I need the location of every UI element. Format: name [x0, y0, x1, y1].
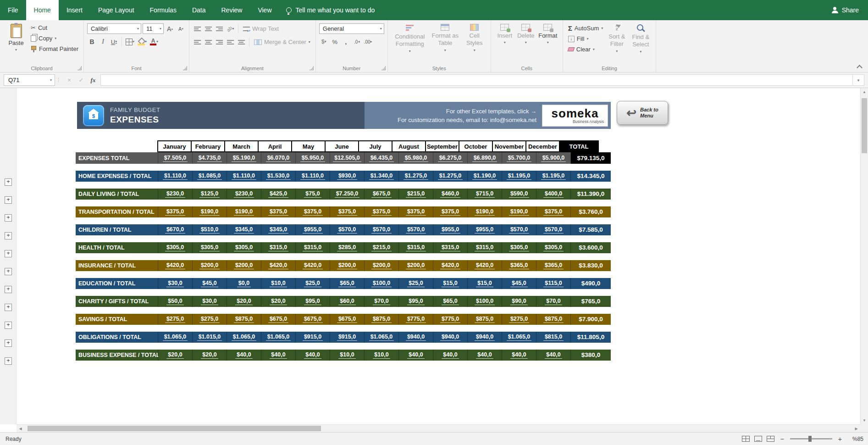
expenses-total-label-cell[interactable]: EXPENSES TOTAL — [76, 152, 158, 164]
zoom-out-button[interactable]: − — [779, 435, 785, 442]
category-value-cell-october[interactable]: $40,0 — [468, 350, 502, 361]
cell-styles-button[interactable]: Cell Styles ▾ — [462, 22, 487, 62]
accounting-format-button[interactable]: $▾ — [319, 37, 329, 47]
conditional-formatting-button[interactable]: Conditional Formatting ▾ — [391, 22, 429, 62]
category-label-cell[interactable]: DAILY LIVING / TOTAL — [76, 189, 158, 200]
category-value-cell-june[interactable]: $930,0 — [330, 171, 365, 182]
category-value-cell-january[interactable]: $50,0 — [158, 296, 193, 307]
scroll-up-button[interactable]: ▲ — [861, 88, 868, 96]
scroll-right-button[interactable]: ▶ — [852, 425, 860, 432]
category-total-cell[interactable]: $7.585,0 — [571, 224, 611, 235]
category-value-cell-december[interactable]: $115,0 — [536, 278, 571, 289]
outline-expand-button[interactable]: + — [5, 178, 12, 186]
category-value-cell-may[interactable]: $75,0 — [296, 189, 330, 200]
align-right-button[interactable] — [215, 37, 224, 47]
category-value-cell-october[interactable]: $955,0 — [468, 224, 502, 235]
category-value-cell-february[interactable]: $200,0 — [193, 260, 227, 271]
category-value-cell-september[interactable]: $315,0 — [433, 242, 468, 253]
expenses-total-cell-september[interactable]: $6.275,0 — [433, 152, 468, 164]
ribbon-tab-formulas[interactable]: Formulas — [142, 0, 184, 20]
top-align-button[interactable] — [193, 24, 202, 34]
category-value-cell-february[interactable]: $510,0 — [193, 224, 227, 235]
category-value-cell-september[interactable]: $460,0 — [433, 189, 468, 200]
category-value-cell-march[interactable]: $1.110,0 — [227, 171, 261, 182]
category-value-cell-april[interactable]: $40,0 — [261, 350, 296, 361]
outline-expand-button[interactable]: + — [5, 196, 12, 204]
category-value-cell-july[interactable]: $570,0 — [365, 224, 399, 235]
category-value-cell-november[interactable]: $45,0 — [502, 278, 536, 289]
zoom-slider-thumb[interactable] — [808, 436, 812, 442]
decrease-decimal-button[interactable]: .00▸ — [363, 37, 373, 47]
normal-view-icon[interactable] — [742, 436, 750, 442]
category-value-cell-may[interactable]: $95,0 — [296, 296, 330, 307]
category-value-cell-june[interactable]: $570,0 — [330, 224, 365, 235]
increase-indent-button[interactable] — [237, 37, 246, 47]
category-value-cell-december[interactable]: $70,0 — [536, 296, 571, 307]
month-header-cell-october[interactable]: October — [459, 140, 493, 152]
category-label-cell[interactable]: CHARITY / GIFTS / TOTAL — [76, 296, 158, 307]
category-value-cell-september[interactable]: $40,0 — [433, 350, 468, 361]
find-select-button[interactable]: Find & Select ▾ — [629, 22, 652, 62]
category-value-cell-january[interactable]: $1.110,0 — [158, 171, 193, 182]
category-value-cell-august[interactable]: $25,0 — [399, 278, 433, 289]
category-value-cell-march[interactable]: $230,0 — [227, 189, 261, 200]
zoom-level[interactable]: %85 — [848, 436, 863, 442]
horizontal-scroll-thumb[interactable] — [28, 426, 321, 431]
category-value-cell-june[interactable]: $7.250,0 — [330, 189, 365, 200]
outline-expand-button[interactable]: + — [5, 339, 12, 347]
month-header-cell-january[interactable]: January — [157, 140, 192, 152]
category-total-cell[interactable]: $3.830,0 — [571, 260, 611, 271]
category-value-cell-july[interactable]: $200,0 — [365, 260, 399, 271]
comma-style-button[interactable]: , — [341, 37, 351, 47]
category-value-cell-march[interactable]: $190,0 — [227, 206, 261, 217]
number-dialog-launcher-icon[interactable] — [381, 66, 386, 70]
promo-line-2[interactable]: For customization needs, email to: info@… — [398, 116, 536, 124]
category-label-cell[interactable]: HEALTH / TOTAL — [76, 242, 158, 253]
category-value-cell-january[interactable]: $375,0 — [158, 206, 193, 217]
category-value-cell-december[interactable]: $375,0 — [536, 206, 571, 217]
category-value-cell-august[interactable]: $200,0 — [399, 260, 433, 271]
cancel-icon[interactable]: × — [64, 75, 75, 86]
category-value-cell-may[interactable]: $420,0 — [296, 260, 330, 271]
decrease-indent-button[interactable] — [226, 37, 235, 47]
bottom-align-button[interactable] — [215, 24, 224, 34]
ribbon-tab-insert[interactable]: Insert — [59, 0, 90, 20]
borders-button[interactable]: ▾ — [125, 37, 135, 47]
category-value-cell-july[interactable]: $1.065,0 — [365, 332, 399, 343]
category-value-cell-may[interactable]: $955,0 — [296, 224, 330, 235]
category-value-cell-july[interactable]: $875,0 — [365, 314, 399, 325]
category-value-cell-may[interactable]: $40,0 — [296, 350, 330, 361]
category-value-cell-july[interactable]: $70,0 — [365, 296, 399, 307]
someka-logo[interactable]: someka Business Analysis — [542, 105, 608, 127]
category-value-cell-january[interactable]: $1.065,0 — [158, 332, 193, 343]
tell-me-box[interactable]: Tell me what you want to do — [286, 0, 375, 20]
cut-button[interactable]: ✂ Cut — [29, 22, 80, 33]
expenses-total-grand-cell[interactable]: $79.135,0 — [571, 152, 611, 164]
category-value-cell-april[interactable]: $375,0 — [261, 206, 296, 217]
category-label-cell[interactable]: TRANSPORTATION / TOTAL — [76, 206, 158, 217]
category-value-cell-august[interactable]: $375,0 — [399, 206, 433, 217]
category-value-cell-may[interactable]: $315,0 — [296, 242, 330, 253]
category-value-cell-january[interactable]: $30,0 — [158, 278, 193, 289]
ribbon-tab-home[interactable]: Home — [26, 0, 59, 20]
category-value-cell-november[interactable]: $190,0 — [502, 206, 536, 217]
font-name-combo[interactable]: Calibri ▾ — [87, 23, 141, 34]
share-button[interactable]: Share — [823, 0, 868, 20]
category-value-cell-february[interactable]: $45,0 — [193, 278, 227, 289]
category-value-cell-august[interactable]: $940,0 — [399, 332, 433, 343]
fill-button[interactable]: ↓ Fill ▾ — [566, 33, 605, 44]
category-value-cell-january[interactable]: $305,0 — [158, 242, 193, 253]
category-total-cell[interactable]: $3.760,0 — [571, 206, 611, 217]
name-box[interactable]: Q71 ▾ — [4, 74, 55, 86]
category-value-cell-february[interactable]: $275,0 — [193, 314, 227, 325]
expenses-total-cell-august[interactable]: $5.980,0 — [399, 152, 433, 164]
category-value-cell-november[interactable]: $1.065,0 — [502, 332, 536, 343]
category-total-cell[interactable]: $3.600,0 — [571, 242, 611, 253]
category-value-cell-january[interactable]: $670,0 — [158, 224, 193, 235]
formula-input[interactable] — [100, 74, 852, 86]
horizontal-scrollbar[interactable]: ◀ ▶ — [17, 424, 860, 432]
expenses-total-cell-july[interactable]: $6.435,0 — [365, 152, 399, 164]
insert-cells-button[interactable]: Insert ▾ — [494, 22, 515, 62]
total-header-cell[interactable]: TOTAL — [559, 140, 599, 152]
back-to-menu-button[interactable]: ↩ Back to Menu — [617, 101, 668, 125]
